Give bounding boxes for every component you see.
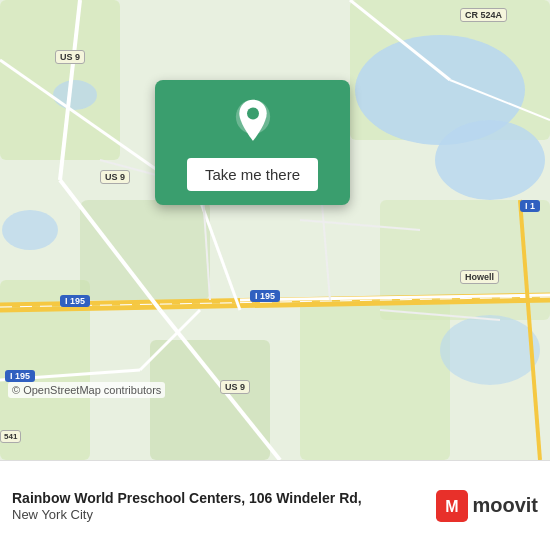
road-label-i195-btm: I 195 (5, 370, 35, 382)
svg-point-10 (2, 210, 58, 250)
svg-point-12 (440, 315, 540, 385)
osm-attribution: © OpenStreetMap contributors (8, 382, 165, 398)
popup-card: Take me there (155, 80, 350, 205)
svg-point-33 (247, 107, 259, 119)
road-label-541: 541 (0, 430, 21, 443)
location-info: Rainbow World Preschool Centers, 106 Win… (12, 489, 426, 522)
road-label-us9-bot: US 9 (220, 380, 250, 394)
road-label-cr524a: CR 524A (460, 8, 507, 22)
road-label-i195-left: I 195 (60, 295, 90, 307)
road-label-i195-mid: I 195 (250, 290, 280, 302)
moovit-icon: M (436, 490, 468, 522)
road-label-i1: I 1 (520, 200, 540, 212)
bottom-bar: Rainbow World Preschool Centers, 106 Win… (0, 460, 550, 550)
svg-point-11 (53, 80, 97, 110)
location-city: New York City (12, 507, 426, 522)
svg-point-9 (435, 120, 545, 200)
moovit-text: moovit (472, 494, 538, 517)
road-label-us9-mid: US 9 (100, 170, 130, 184)
road-label-howell: Howell (460, 270, 499, 284)
moovit-logo: M moovit (436, 490, 538, 522)
svg-rect-1 (0, 0, 120, 160)
location-name: Rainbow World Preschool Centers, 106 Win… (12, 489, 426, 507)
svg-rect-7 (150, 340, 270, 460)
svg-text:M: M (446, 498, 459, 515)
svg-rect-5 (80, 200, 210, 300)
map-container: US 9 US 9 US 9 I 195 I 195 I 195 CR 524A… (0, 0, 550, 460)
road-label-us9-top: US 9 (55, 50, 85, 64)
take-me-there-button[interactable]: Take me there (187, 158, 318, 191)
location-pin-icon (229, 98, 277, 146)
svg-rect-4 (300, 300, 450, 460)
